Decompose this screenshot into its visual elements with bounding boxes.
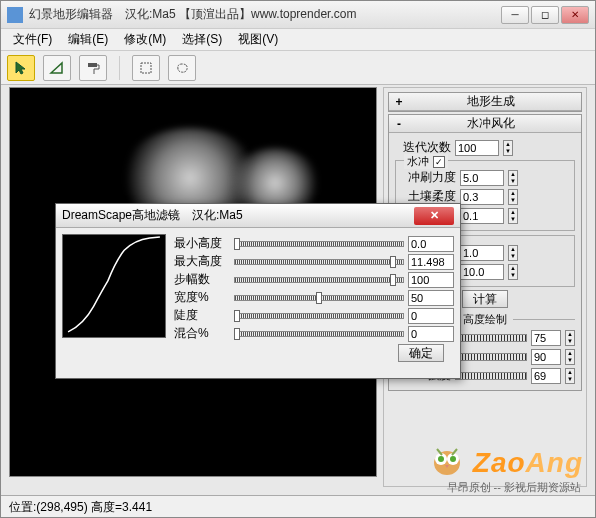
window-controls: ─ ◻ ✕ bbox=[501, 6, 589, 24]
dialog-titlebar[interactable]: DreamScape高地滤镜 汉化:Ma5 ✕ bbox=[56, 204, 460, 228]
menu-edit[interactable]: 编辑(E) bbox=[60, 29, 116, 50]
slope-icon bbox=[49, 60, 65, 76]
spin-buttons[interactable]: ▲▼ bbox=[508, 189, 518, 205]
steps-label: 步幅数 bbox=[174, 271, 230, 288]
titlebar: 幻景地形编辑器 汉化:Ma5 【顶渲出品】www.toprender.com ─… bbox=[1, 1, 595, 29]
rollup-title: 水冲风化 bbox=[405, 115, 577, 132]
spin-buttons[interactable]: ▲▼ bbox=[508, 208, 518, 224]
spin-buttons[interactable]: ▲▼ bbox=[565, 330, 575, 346]
status-text: 位置:(298,495) 高度=3.441 bbox=[9, 500, 152, 514]
width-label: 宽度% bbox=[174, 289, 230, 306]
menu-file[interactable]: 文件(F) bbox=[5, 29, 60, 50]
draw-strength-input[interactable]: 69 bbox=[531, 368, 561, 384]
rollup-header-gen[interactable]: + 地形生成 bbox=[389, 93, 581, 111]
toolbar bbox=[1, 51, 595, 85]
dialog-params: 最小高度0.0 最大高度11.498 步幅数100 宽度%50 陡度0 混合%0… bbox=[174, 234, 454, 368]
dialog-close-button[interactable]: ✕ bbox=[414, 207, 454, 225]
blend-slider[interactable] bbox=[234, 329, 404, 339]
cursor-icon bbox=[13, 60, 29, 76]
max-height-input[interactable]: 11.498 bbox=[408, 254, 454, 270]
brush-size-input[interactable]: 75 bbox=[531, 330, 561, 346]
dialog-body: 最小高度0.0 最大高度11.498 步幅数100 宽度%50 陡度0 混合%0… bbox=[56, 228, 460, 374]
svg-rect-1 bbox=[141, 63, 151, 73]
svg-rect-0 bbox=[88, 63, 97, 67]
soil-soft-input[interactable]: 0.3 bbox=[460, 189, 504, 205]
brush-force-input[interactable]: 5.0 bbox=[460, 170, 504, 186]
menu-view[interactable]: 视图(V) bbox=[230, 29, 286, 50]
menu-select[interactable]: 选择(S) bbox=[174, 29, 230, 50]
rollup-terrain-gen: + 地形生成 bbox=[388, 92, 582, 112]
compute-button[interactable]: 计算 bbox=[462, 290, 508, 308]
filter-dialog: DreamScape高地滤镜 汉化:Ma5 ✕ 最小高度0.0 最大高度11.4… bbox=[55, 203, 461, 379]
steep-slider[interactable] bbox=[234, 311, 404, 321]
iter-input[interactable]: 100 bbox=[455, 140, 499, 156]
steps-slider[interactable] bbox=[234, 275, 404, 285]
collapse-icon: - bbox=[393, 117, 405, 131]
close-button[interactable]: ✕ bbox=[561, 6, 589, 24]
lasso-icon bbox=[174, 60, 190, 76]
dialog-title: DreamScape高地滤镜 汉化:Ma5 bbox=[62, 207, 414, 224]
wind-angle-input[interactable]: 10.0 bbox=[460, 264, 504, 280]
steep-label: 陡度 bbox=[174, 307, 230, 324]
menubar: 文件(F) 编辑(E) 修改(M) 选择(S) 视图(V) bbox=[1, 29, 595, 51]
tool-brush-button[interactable] bbox=[79, 55, 107, 81]
curve-icon bbox=[63, 235, 165, 337]
brush-soft-input[interactable]: 90 bbox=[531, 349, 561, 365]
brush-force-label: 冲刷力度 bbox=[400, 169, 456, 186]
width-slider[interactable] bbox=[234, 293, 404, 303]
min-height-slider[interactable] bbox=[234, 239, 404, 249]
min-height-input[interactable]: 0.0 bbox=[408, 236, 454, 252]
surface-dep-input[interactable]: 0.1 bbox=[460, 208, 504, 224]
app-icon bbox=[7, 7, 23, 23]
water-group-title: 水冲 ✓ bbox=[404, 154, 448, 169]
spin-buttons[interactable]: ▲▼ bbox=[508, 264, 518, 280]
iter-spin-buttons[interactable]: ▲▼ bbox=[503, 140, 513, 156]
roller-icon bbox=[85, 60, 101, 76]
wind-strength-input[interactable]: 1.0 bbox=[460, 245, 504, 261]
brush-soft-slider[interactable] bbox=[455, 353, 527, 361]
rollup-header-erosion[interactable]: - 水冲风化 bbox=[389, 115, 581, 133]
status-bar: 位置:(298,495) 高度=3.441 bbox=[1, 495, 595, 517]
min-height-label: 最小高度 bbox=[174, 235, 230, 252]
rollup-title: 地形生成 bbox=[405, 93, 577, 110]
draw-strength-slider[interactable] bbox=[455, 372, 527, 380]
max-height-slider[interactable] bbox=[234, 257, 404, 267]
tool-rect-select-button[interactable] bbox=[132, 55, 160, 81]
spin-buttons[interactable]: ▲▼ bbox=[508, 245, 518, 261]
tool-lasso-button[interactable] bbox=[168, 55, 196, 81]
spin-buttons[interactable]: ▲▼ bbox=[508, 170, 518, 186]
window-title: 幻景地形编辑器 汉化:Ma5 【顶渲出品】www.toprender.com bbox=[29, 6, 501, 23]
spin-buttons[interactable]: ▲▼ bbox=[565, 368, 575, 384]
toolbar-separator bbox=[119, 56, 120, 80]
width-input[interactable]: 50 bbox=[408, 290, 454, 306]
tool-slope-button[interactable] bbox=[43, 55, 71, 81]
curve-preview[interactable] bbox=[62, 234, 166, 338]
expand-icon: + bbox=[393, 95, 405, 109]
max-height-label: 最大高度 bbox=[174, 253, 230, 270]
steep-input[interactable]: 0 bbox=[408, 308, 454, 324]
tool-select-button[interactable] bbox=[7, 55, 35, 81]
marquee-rect-icon bbox=[138, 60, 154, 76]
minimize-button[interactable]: ─ bbox=[501, 6, 529, 24]
maximize-button[interactable]: ◻ bbox=[531, 6, 559, 24]
water-enable-checkbox[interactable]: ✓ bbox=[433, 156, 445, 168]
main-window: 幻景地形编辑器 汉化:Ma5 【顶渲出品】www.toprender.com ─… bbox=[0, 0, 596, 518]
steps-input[interactable]: 100 bbox=[408, 272, 454, 288]
ok-button[interactable]: 确定 bbox=[398, 344, 444, 362]
spin-buttons[interactable]: ▲▼ bbox=[565, 349, 575, 365]
blend-input[interactable]: 0 bbox=[408, 326, 454, 342]
brush-size-slider[interactable] bbox=[455, 334, 527, 342]
menu-modify[interactable]: 修改(M) bbox=[116, 29, 174, 50]
blend-label: 混合% bbox=[174, 325, 230, 342]
